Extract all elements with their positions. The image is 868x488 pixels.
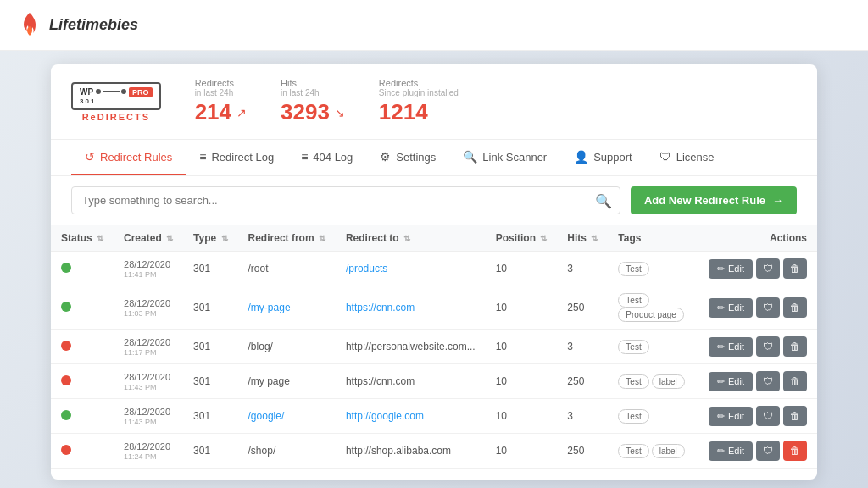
- th-tags: Tags: [608, 225, 698, 252]
- tags: TestProduct page: [608, 286, 698, 330]
- delete-button[interactable]: 🗑: [783, 297, 807, 318]
- th-hits[interactable]: Hits ⇅: [557, 225, 608, 252]
- redirect-to-link[interactable]: /products: [346, 263, 387, 274]
- redirect-to: https://cnn.com: [336, 364, 486, 399]
- shield-button[interactable]: 🛡: [756, 441, 780, 461]
- status-dot: [61, 375, 71, 385]
- delete-button[interactable]: 🗑: [783, 371, 807, 391]
- shield-button[interactable]: 🛡: [756, 336, 780, 357]
- trash-icon: 🗑: [790, 445, 800, 457]
- status-dot: [61, 302, 71, 312]
- redirect-from-link[interactable]: /google/: [248, 410, 285, 422]
- edit-button[interactable]: ✏ Edit: [709, 337, 753, 357]
- stat-sublabel-0: in last 24h: [195, 88, 247, 97]
- delete-button[interactable]: 🗑: [783, 258, 807, 279]
- tab-settings[interactable]: ⚙ Settings: [366, 140, 449, 175]
- hits: 250: [557, 286, 608, 330]
- tag: label: [652, 374, 685, 389]
- edit-pencil-icon: ✏: [717, 263, 725, 274]
- logo-area: Lifetimebies: [17, 11, 138, 40]
- nav-tabs: ↺ Redirect Rules ≡ Redirect Log ≡ 404 Lo…: [51, 140, 817, 176]
- edit-pencil-icon: ✏: [717, 376, 725, 387]
- tag: Test: [618, 293, 648, 308]
- redirect-type: 301: [183, 286, 237, 330]
- th-status[interactable]: Status ⇅: [51, 225, 114, 252]
- redirect-type: 301: [183, 364, 237, 399]
- edit-button[interactable]: ✏ Edit: [709, 372, 753, 391]
- delete-button[interactable]: 🗑: [783, 336, 807, 357]
- add-redirect-rule-button[interactable]: Add New Redirect Rule →: [631, 186, 797, 214]
- tags: Test: [608, 252, 698, 286]
- tags: Test: [608, 330, 698, 364]
- tab-settings-label: Settings: [396, 151, 436, 164]
- tag: Product page: [618, 308, 684, 322]
- stat-sublabel-1: in last 24h: [281, 88, 345, 97]
- redirect-to: https://cnn.com: [336, 286, 486, 330]
- edit-button[interactable]: ✏ Edit: [709, 441, 753, 461]
- redirect-from: /my-page: [238, 286, 336, 330]
- delete-button[interactable]: 🗑: [783, 406, 807, 426]
- stat-hits-24h: Hits in last 24h 3293 ↘: [281, 78, 345, 125]
- tag: Test: [618, 374, 648, 389]
- shield-icon: 🛡: [763, 410, 773, 422]
- tag: Test: [618, 340, 648, 354]
- position: 10: [486, 286, 558, 330]
- shield-button[interactable]: 🛡: [756, 297, 780, 318]
- table-row: 28/12/202011:41 PM301/root/products103Te…: [51, 252, 817, 286]
- tab-redirect-rules[interactable]: ↺ Redirect Rules: [71, 140, 186, 175]
- actions: ✏ Edit🛡🗑: [698, 434, 817, 469]
- redirect-to-link[interactable]: http://google.com: [346, 410, 424, 422]
- tab-redirect-log[interactable]: ≡ Redirect Log: [186, 140, 287, 175]
- edit-pencil-icon: ✏: [717, 411, 725, 422]
- th-created[interactable]: Created ⇅: [114, 225, 183, 252]
- th-actions: Actions: [698, 225, 817, 252]
- edit-button[interactable]: ✏ Edit: [709, 259, 753, 279]
- created-time: 11:43 PM: [124, 383, 173, 391]
- search-input[interactable]: [71, 186, 620, 214]
- edit-pencil-icon: ✏: [717, 302, 725, 313]
- th-position[interactable]: Position ⇅: [486, 225, 558, 252]
- table-area: Status ⇅ Created ⇅ Type ⇅ Redirect from …: [51, 225, 817, 469]
- created-date: 28/12/202011:17 PM: [124, 337, 173, 357]
- plugin-301: 301: [80, 97, 153, 105]
- shield-button[interactable]: 🛡: [756, 258, 780, 279]
- search-input-wrap: 🔍: [71, 186, 620, 214]
- edit-button[interactable]: ✏ Edit: [709, 407, 753, 426]
- tab-support[interactable]: 👤 Support: [560, 140, 646, 175]
- shield-icon: 🛡: [763, 445, 773, 457]
- created-time: 11:24 PM: [124, 452, 173, 461]
- link-scanner-icon: 🔍: [463, 150, 477, 164]
- tab-404-log[interactable]: ≡ 404 Log: [287, 140, 366, 175]
- license-icon: 🛡: [659, 150, 671, 164]
- tab-redirect-rules-label: Redirect Rules: [100, 151, 172, 164]
- redirect-from-link[interactable]: /my-page: [248, 302, 291, 313]
- shield-button[interactable]: 🛡: [756, 371, 780, 391]
- created-time: 11:03 PM: [124, 309, 173, 318]
- tags: Testlabel: [608, 434, 698, 469]
- edit-button[interactable]: ✏ Edit: [709, 298, 753, 318]
- th-type[interactable]: Type ⇅: [183, 225, 237, 252]
- redirect-to-link[interactable]: https://cnn.com: [346, 302, 415, 313]
- hits: 3: [557, 399, 608, 434]
- redirect-to: http://shop.alibaba.com: [336, 434, 486, 469]
- shield-button[interactable]: 🛡: [756, 406, 780, 426]
- status-dot: [61, 263, 71, 273]
- tab-license[interactable]: 🛡 License: [646, 140, 728, 175]
- redirect-from: /shop/: [238, 434, 336, 469]
- trash-icon: 🗑: [790, 375, 800, 387]
- th-redirect-to[interactable]: Redirect to ⇅: [336, 225, 486, 252]
- top-bar: Lifetimebies: [0, 0, 868, 51]
- th-redirect-from[interactable]: Redirect from ⇅: [238, 225, 336, 252]
- redirect-type: 301: [183, 252, 237, 286]
- tab-404-log-label: 404 Log: [313, 151, 353, 164]
- stat-value-2: 1214: [379, 99, 428, 125]
- tab-redirect-log-label: Redirect Log: [211, 151, 274, 164]
- redirect-to: /products: [336, 252, 486, 286]
- tags: Testlabel: [608, 364, 698, 399]
- stat-arrow-1: ↘: [335, 106, 345, 119]
- position: 10: [486, 330, 558, 364]
- tab-link-scanner[interactable]: 🔍 Link Scanner: [449, 140, 560, 175]
- trash-icon: 🗑: [790, 263, 800, 274]
- delete-button[interactable]: 🗑: [783, 441, 807, 461]
- redirect-from: /blog/: [238, 330, 336, 364]
